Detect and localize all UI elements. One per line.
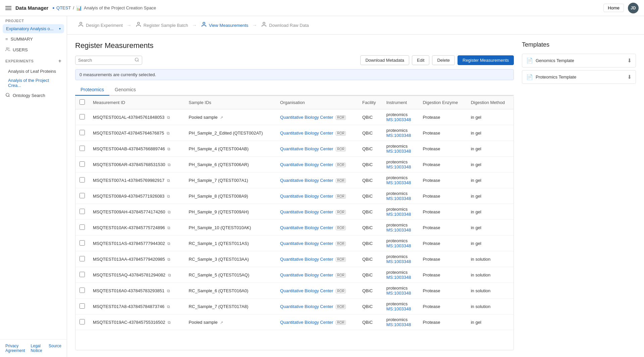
- cell-organisation-5: Quantitative Biology Center ROR: [276, 188, 358, 204]
- copy-icon-0[interactable]: ⧉: [167, 115, 170, 120]
- edit-button[interactable]: Edit: [412, 55, 429, 65]
- breadcrumb-analysis[interactable]: Analyis of the Project Creation Space: [84, 5, 156, 10]
- org-link-12[interactable]: Quantitative Biology Center: [280, 304, 333, 309]
- org-link-7[interactable]: Quantitative Biology Center: [280, 225, 333, 230]
- instrument-link-10[interactable]: MS:1003348: [386, 275, 411, 280]
- copy-icon-5[interactable]: ⧉: [167, 194, 170, 199]
- avatar[interactable]: JD: [628, 3, 639, 13]
- org-link-4[interactable]: Quantitative Biology Center: [280, 178, 333, 183]
- select-all-checkbox[interactable]: [79, 99, 85, 105]
- ror-badge-13: ROR: [336, 320, 346, 325]
- copy-icon-2[interactable]: ⧉: [167, 147, 170, 151]
- row-checkbox-2[interactable]: [79, 146, 85, 151]
- copy-icon-8[interactable]: ⧉: [167, 241, 170, 246]
- add-experiment-button[interactable]: +: [58, 58, 61, 64]
- workflow-step-register-batch[interactable]: Register Sample Batch: [133, 20, 191, 30]
- instrument-link-4[interactable]: MS:1003348: [386, 180, 411, 185]
- privacy-link[interactable]: Privacy Agreement: [5, 344, 28, 353]
- cell-facility-9: QBiC: [358, 251, 382, 267]
- register-measurements-button[interactable]: Register Measurements: [458, 55, 514, 65]
- copy-icon-7[interactable]: ⧉: [167, 225, 170, 230]
- sidebar-item-users[interactable]: USERS: [0, 44, 67, 55]
- row-checkbox-3[interactable]: [79, 161, 85, 167]
- tab-proteomics[interactable]: Proteomics: [75, 84, 109, 96]
- instrument-link-0[interactable]: MS:1003348: [386, 117, 411, 122]
- search-input[interactable]: [78, 58, 135, 63]
- row-checkbox-6[interactable]: [79, 209, 85, 214]
- sidebar-item-summary[interactable]: ≡ SUMMARY: [0, 34, 67, 44]
- file-icon-proteomics: 📄: [526, 74, 533, 80]
- row-checkbox-4[interactable]: [79, 177, 85, 183]
- menu-button[interactable]: [5, 6, 11, 10]
- org-link-6[interactable]: Quantitative Biology Center: [280, 209, 333, 214]
- row-checkbox-8[interactable]: [79, 240, 85, 246]
- workflow-step-design[interactable]: Design Experiment: [75, 20, 125, 30]
- org-link-3[interactable]: Quantitative Biology Center: [280, 162, 333, 167]
- org-link-9[interactable]: Quantitative Biology Center: [280, 257, 333, 262]
- instrument-link-13[interactable]: MS:1003348: [386, 322, 411, 327]
- col-instrument: Instrument: [382, 96, 419, 109]
- copy-icon-1[interactable]: ⧉: [167, 131, 170, 136]
- cell-instrument-1: proteomics MS:1003348: [382, 125, 419, 141]
- instrument-link-7[interactable]: MS:1003348: [386, 227, 411, 233]
- instrument-link-3[interactable]: MS:1003348: [386, 164, 411, 169]
- instrument-link-6[interactable]: MS:1003348: [386, 212, 411, 217]
- sidebar-item-ontology[interactable]: Ontology Search: [0, 90, 67, 101]
- row-checkbox-1[interactable]: [79, 130, 85, 135]
- row-checkbox-0[interactable]: [79, 114, 85, 119]
- instrument-link-1[interactable]: MS:1003348: [386, 133, 411, 138]
- search-icon: [5, 93, 10, 98]
- org-link-1[interactable]: Quantitative Biology Center: [280, 131, 333, 136]
- org-link-2[interactable]: Quantitative Biology Center: [280, 146, 333, 151]
- org-link-0[interactable]: Quantitative Biology Center: [280, 115, 333, 120]
- row-checkbox-5[interactable]: [79, 193, 85, 198]
- row-checkbox-7[interactable]: [79, 224, 85, 230]
- row-checkbox-10[interactable]: [79, 272, 85, 277]
- template-download-icon-proteomics[interactable]: ⬇: [627, 74, 632, 80]
- copy-icon-4[interactable]: ⧉: [167, 178, 170, 183]
- source-link[interactable]: Source: [49, 344, 61, 353]
- copy-icon-6[interactable]: ⧉: [168, 210, 171, 214]
- workflow-step-download-raw[interactable]: Download Raw Data: [258, 20, 312, 30]
- legal-link[interactable]: Legal Notice: [31, 344, 45, 353]
- row-checkbox-9[interactable]: [79, 256, 85, 261]
- instrument-link-8[interactable]: MS:1003348: [386, 243, 411, 248]
- cell-instrument-10: proteomics MS:1003348: [382, 267, 419, 283]
- layout: PROJECT Explanatory Analysis o... ▾ ≡ SU…: [0, 16, 644, 357]
- tab-genomics[interactable]: Genomics: [109, 84, 141, 96]
- copy-icon-12[interactable]: ⧉: [167, 304, 170, 309]
- copy-icon-3[interactable]: ⧉: [168, 162, 171, 167]
- template-download-icon-genomics[interactable]: ⬇: [627, 57, 632, 64]
- org-link-10[interactable]: Quantitative Biology Center: [280, 272, 333, 277]
- instrument-link-11[interactable]: MS:1003348: [386, 291, 411, 296]
- org-link-5[interactable]: Quantitative Biology Center: [280, 194, 333, 199]
- row-checkbox-12[interactable]: [79, 303, 85, 309]
- instrument-link-9[interactable]: MS:1003348: [386, 259, 411, 264]
- sidebar-item-leaf-proteins[interactable]: Analysis of Leaf Proteins: [0, 67, 67, 76]
- row-checkbox-13[interactable]: [79, 319, 85, 324]
- org-link-11[interactable]: Quantitative Biology Center: [280, 288, 333, 293]
- copy-icon-10[interactable]: ⧉: [168, 273, 171, 277]
- breadcrumb-project[interactable]: QTEST: [56, 5, 71, 10]
- sidebar-item-project-creation[interactable]: Analyis of the Project Crea...: [0, 76, 67, 90]
- instrument-link-2[interactable]: MS:1003348: [386, 149, 411, 154]
- workflow-step-view-measurements[interactable]: View Measurements: [198, 20, 251, 30]
- ext-link-icon-0[interactable]: ↗: [220, 115, 223, 119]
- cell-method-9: in solution: [467, 251, 514, 267]
- search-box[interactable]: [75, 56, 142, 65]
- copy-icon-11[interactable]: ⧉: [167, 289, 170, 293]
- ext-link-icon-13[interactable]: ↗: [220, 320, 223, 324]
- delete-button[interactable]: Delete: [432, 55, 455, 65]
- instrument-link-5[interactable]: MS:1003348: [386, 196, 411, 201]
- project-icon: ▪: [52, 5, 54, 11]
- row-checkbox-11[interactable]: [79, 288, 85, 293]
- download-metadata-button[interactable]: Download Metadata: [360, 55, 409, 65]
- home-button[interactable]: Home: [603, 4, 624, 12]
- org-link-13[interactable]: Quantitative Biology Center: [280, 320, 333, 325]
- instrument-link-12[interactable]: MS:1003348: [386, 306, 411, 311]
- copy-icon-9[interactable]: ⧉: [167, 257, 170, 262]
- template-name-genomics: Genomics Template: [536, 58, 574, 63]
- org-link-8[interactable]: Quantitative Biology Center: [280, 241, 333, 246]
- current-project[interactable]: Explanatory Analysis o... ▾: [3, 24, 64, 33]
- copy-icon-13[interactable]: ⧉: [168, 320, 171, 325]
